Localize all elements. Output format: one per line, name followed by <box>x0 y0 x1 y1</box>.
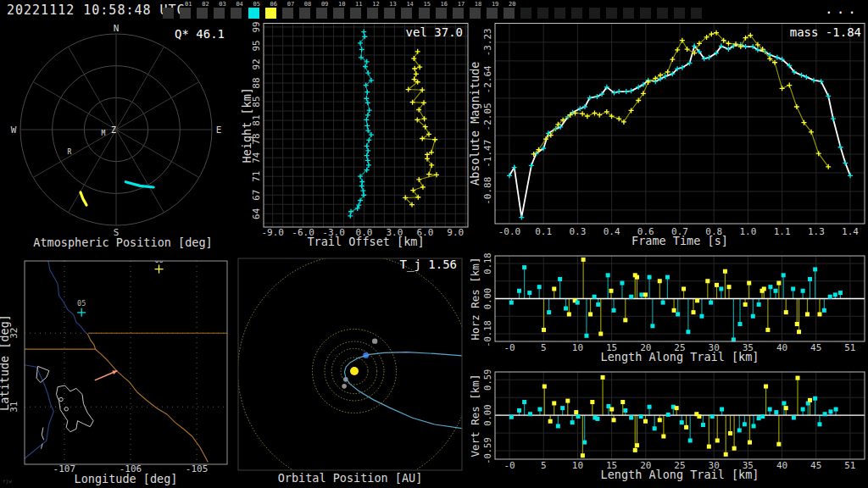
camera-box-14[interactable]: 14 <box>401 2 415 19</box>
map-features: 0506 <box>23 256 232 463</box>
svg-text:99: 99 <box>251 21 262 32</box>
svg-text:67: 67 <box>251 190 262 201</box>
svg-text:Length Along Trail [km]: Length Along Trail [km] <box>601 350 760 363</box>
svg-text:9.0: 9.0 <box>447 227 464 238</box>
camera-box-20[interactable]: 20 <box>504 2 517 19</box>
river-lower <box>24 365 53 459</box>
svg-text:0.4: 0.4 <box>604 226 620 237</box>
svg-text:0.18: 0.18 <box>482 252 492 274</box>
camera-label: 04 <box>236 2 244 8</box>
camera-box-13[interactable]: 13 <box>384 2 398 19</box>
svg-text:1.4: 1.4 <box>842 226 859 237</box>
camera-box-x31[interactable] <box>691 2 704 19</box>
camera-state-swatch <box>163 8 174 19</box>
camera-label <box>168 2 176 8</box>
camera-state-swatch <box>554 8 565 19</box>
camera-label <box>679 2 687 8</box>
camera-state-swatch <box>623 8 634 19</box>
sun <box>350 367 359 375</box>
svg-text:0.00: 0.00 <box>482 404 492 425</box>
svg-text:Horz Res [km]: Horz Res [km] <box>469 258 481 341</box>
camera-state-swatch <box>231 8 242 19</box>
camera-box-x0[interactable] <box>163 2 176 19</box>
svg-text:71: 71 <box>251 171 262 182</box>
map-grid <box>25 261 227 464</box>
camera-box-x29[interactable] <box>657 2 670 19</box>
svg-text:Absolute Magnitude: Absolute Magnitude <box>468 62 481 186</box>
camera-box-05[interactable]: 05 <box>248 2 262 19</box>
camera-state-swatch <box>691 8 702 19</box>
camera-box-06[interactable]: 06 <box>265 2 279 19</box>
svg-text:Frame Time [s]: Frame Time [s] <box>632 234 728 247</box>
site-05-markers <box>348 30 374 219</box>
camera-box-10[interactable]: 10 <box>333 2 347 19</box>
vert-stems <box>511 377 836 455</box>
site-06-markers <box>531 30 832 169</box>
camera-label <box>576 2 585 8</box>
svg-text:0.1: 0.1 <box>535 226 552 237</box>
camera-box-01[interactable]: 01 <box>180 2 193 19</box>
camera-state-swatch <box>674 8 685 19</box>
camera-state-swatch <box>316 8 327 19</box>
svg-text:-2.05: -2.05 <box>482 103 493 130</box>
camera-box-x30[interactable] <box>674 2 687 19</box>
camera-box-x23[interactable] <box>554 2 568 19</box>
camera-state-swatch <box>487 8 498 19</box>
camera-state-swatch <box>282 8 293 19</box>
camera-box-x22[interactable] <box>537 2 551 19</box>
camera-box-11[interactable]: 11 <box>350 2 364 19</box>
camera-box-x28[interactable] <box>640 2 654 19</box>
camera-box-07[interactable]: 07 <box>282 2 296 19</box>
svg-text:-2.64: -2.64 <box>482 65 493 93</box>
overflow-menu[interactable]: ... <box>825 1 860 17</box>
svg-text:M: M <box>102 130 106 137</box>
camera-box-12[interactable]: 12 <box>367 2 381 19</box>
camera-label: 12 <box>372 2 381 8</box>
svg-text:-9.0: -9.0 <box>261 227 284 238</box>
camera-state-swatch <box>367 8 378 19</box>
svg-text:Vert Res [km]: Vert Res [km] <box>469 374 481 458</box>
camera-box-09[interactable]: 09 <box>316 2 330 19</box>
camera-box-16[interactable]: 16 <box>436 2 449 19</box>
camera-box-x27[interactable] <box>623 2 637 19</box>
svg-text:88: 88 <box>251 77 262 88</box>
camera-label <box>559 2 568 8</box>
camera-box-x24[interactable] <box>571 2 585 19</box>
site-06-line <box>405 52 437 205</box>
svg-text:-0: -0 <box>504 460 515 471</box>
camera-box-18[interactable]: 18 <box>470 2 483 19</box>
camera-state-swatch <box>180 8 191 19</box>
camera-label <box>526 2 534 8</box>
camera-box-08[interactable]: 08 <box>299 2 313 19</box>
mag-panel: -0.00.10.30.40.60.70.81.01.11.31.4-3.23-… <box>468 24 865 248</box>
svg-text:51: 51 <box>844 342 855 353</box>
camera-state-swatch <box>571 8 582 19</box>
svg-text:E: E <box>216 125 222 136</box>
svg-text:05: 05 <box>77 299 86 308</box>
camera-state-swatch <box>520 8 531 19</box>
camera-state-swatch <box>197 8 208 19</box>
camera-state-swatch <box>537 8 548 19</box>
svg-text:Height [km]: Height [km] <box>240 87 253 163</box>
camera-label <box>662 2 670 8</box>
svg-text:5: 5 <box>541 342 547 353</box>
camera-box-x25[interactable] <box>589 2 603 19</box>
svg-text:rjw: rjw <box>3 478 12 485</box>
contour-c <box>42 428 43 441</box>
trail-panel: -9.0-6.0-3.00.03.06.09.06467717478818588… <box>240 21 468 248</box>
camera-box-x26[interactable] <box>606 2 620 19</box>
camera-box-19[interactable]: 19 <box>487 2 500 19</box>
camera-state-swatch <box>299 8 310 19</box>
camera-label <box>611 2 620 8</box>
camera-box-02[interactable]: 02 <box>197 2 210 19</box>
camera-box-x21[interactable] <box>520 2 534 19</box>
camera-box-17[interactable]: 17 <box>453 2 466 19</box>
svg-text:-0.88: -0.88 <box>482 177 493 205</box>
camera-box-15[interactable]: 15 <box>419 2 432 19</box>
vert-panel: -051015202530354045510.590.00-0.59Length… <box>469 369 865 481</box>
camera-state-swatch <box>657 8 668 19</box>
camera-box-03[interactable]: 03 <box>214 2 227 19</box>
camera-box-04[interactable]: 04 <box>231 2 244 19</box>
svg-text:vel 37.0: vel 37.0 <box>406 25 463 39</box>
camera-strip: 0102030405060708091011121314151617181920 <box>0 0 868 20</box>
